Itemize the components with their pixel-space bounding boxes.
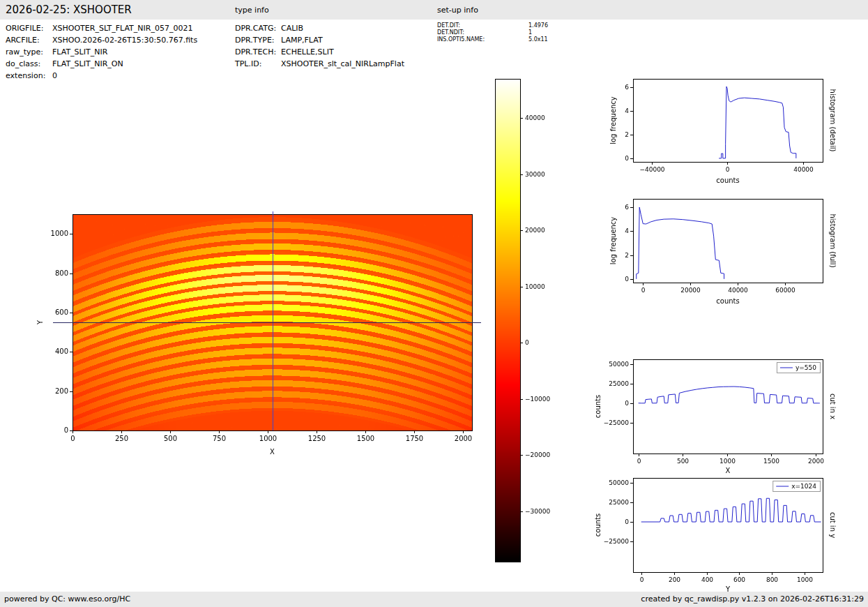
info-value: 1	[528, 29, 532, 36]
info-row: DET.NDIT:1	[437, 29, 548, 36]
footer-right-text: created by qc_rawdisp.py v1.2.3 on 2026-…	[641, 594, 864, 604]
info-row: TPL.ID:XSHOOTER_slt_cal_NIRLampFlat	[235, 58, 404, 70]
info-row: DET.DIT:1.4976	[437, 22, 548, 29]
info-label: DET.NDIT:	[437, 29, 528, 36]
cut-in-y-plot	[586, 467, 842, 592]
footer-bar: powered by QC: www.eso.org/HC created by…	[0, 592, 868, 607]
info-label: DPR.CATG:	[235, 22, 281, 34]
info-label: ARCFILE:	[6, 34, 52, 46]
info-row: INS.OPTI5.NAME:5.0x11	[437, 36, 548, 43]
info-label: DPR.TYPE:	[235, 34, 281, 46]
info-row: extension:0	[6, 70, 197, 82]
type-info-heading: type info	[235, 6, 269, 15]
qc-report-page: { "header": { "title": "2026-02-25: XSHO…	[0, 0, 868, 607]
page-title: 2026-02-25: XSHOOTER	[6, 3, 132, 16]
histogram-full-plot	[586, 190, 842, 317]
histogram-detail-plot	[586, 70, 842, 195]
setup-info-heading: set-up info	[437, 6, 478, 15]
info-label: TPL.ID:	[235, 58, 281, 70]
info-value: XSHOOTER_SLT_FLAT_NIR_057_0021	[52, 22, 192, 34]
header-bar: 2026-02-25: XSHOOTER type info set-up in…	[0, 0, 868, 20]
info-row: DPR.TECH:ECHELLE,SLIT	[235, 46, 404, 58]
info-row: raw_type:FLAT_SLIT_NIR	[6, 46, 197, 58]
info-label: INS.OPTI5.NAME:	[437, 36, 528, 43]
info-row: ARCFILE:XSHOO.2026-02-26T15:30:50.767.fi…	[6, 34, 197, 46]
info-value: 1.4976	[528, 22, 548, 29]
raw-image-plot	[28, 202, 488, 464]
setup-info-block: DET.DIT:1.4976 DET.NDIT:1 INS.OPTI5.NAME…	[437, 22, 548, 43]
info-label: DPR.TECH:	[235, 46, 281, 58]
file-info-block: ORIGFILE:XSHOOTER_SLT_FLAT_NIR_057_0021 …	[6, 22, 197, 82]
type-info-block: DPR.CATG:CALIB DPR.TYPE:LAMP,FLAT DPR.TE…	[235, 22, 404, 70]
info-value: FLAT_SLIT_NIR_ON	[52, 58, 123, 70]
info-label: raw_type:	[6, 46, 52, 58]
info-value: LAMP,FLAT	[281, 34, 323, 46]
footer-left-text: powered by QC: www.eso.org/HC	[4, 594, 130, 604]
info-value: 0	[52, 70, 57, 82]
cut-in-x-plot	[586, 349, 842, 480]
info-row: ORIGFILE:XSHOOTER_SLT_FLAT_NIR_057_0021	[6, 22, 197, 34]
info-row: do_class:FLAT_SLIT_NIR_ON	[6, 58, 197, 70]
info-value: XSHOO.2026-02-26T15:30:50.767.fits	[52, 34, 197, 46]
info-row: DPR.CATG:CALIB	[235, 22, 404, 34]
info-label: DET.DIT:	[437, 22, 528, 29]
info-value: CALIB	[281, 22, 303, 34]
colorbar	[488, 73, 565, 572]
info-label: ORIGFILE:	[6, 22, 52, 34]
info-label: extension:	[6, 70, 52, 82]
info-value: 5.0x11	[528, 36, 548, 43]
info-row: DPR.TYPE:LAMP,FLAT	[235, 34, 404, 46]
info-value: FLAT_SLIT_NIR	[52, 46, 107, 58]
info-value: XSHOOTER_slt_cal_NIRLampFlat	[281, 58, 404, 70]
info-value: ECHELLE,SLIT	[281, 46, 334, 58]
info-label: do_class:	[6, 58, 52, 70]
